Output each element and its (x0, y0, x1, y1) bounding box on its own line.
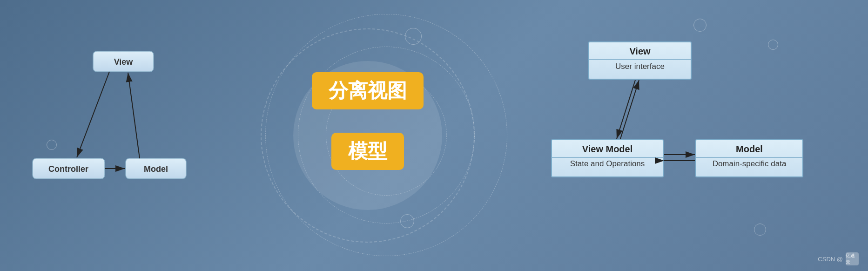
chinese-label-2: 模型 (331, 133, 404, 170)
svg-text:State and Operations: State and Operations (570, 159, 645, 168)
center-label-2-text: 模型 (348, 140, 387, 162)
svg-text:User interface: User interface (615, 62, 665, 71)
svg-line-25 (620, 80, 639, 139)
watermark-text: CSDN @ (818, 256, 843, 263)
svg-line-9 (128, 73, 140, 158)
svg-text:Model: Model (144, 164, 168, 174)
mvc-diagram-svg: View Controller Model (28, 37, 223, 214)
center-label-1-text: 分离视图 (329, 80, 407, 102)
center-area: 分离视图 模型 (247, 0, 489, 271)
mvvm-diagram: View User interface View Model State and… (542, 33, 831, 228)
svg-text:Domain-specific data: Domain-specific data (713, 159, 787, 168)
small-circle-2 (693, 19, 707, 32)
svg-line-7 (77, 72, 109, 157)
svg-text:View Model: View Model (582, 144, 633, 154)
svg-text:View: View (114, 57, 134, 67)
watermark-logo: 亿速云 (846, 252, 859, 265)
svg-text:Model: Model (736, 144, 763, 154)
svg-line-24 (617, 80, 635, 139)
svg-text:View: View (629, 46, 651, 56)
chinese-label-1: 分离视图 (312, 72, 424, 109)
watermark: CSDN @ 亿速云 (818, 252, 859, 265)
watermark-logo-text: 亿速云 (846, 252, 859, 265)
svg-text:Controller: Controller (48, 164, 88, 174)
main-container: View Controller Model 分离视图 模 (0, 0, 868, 271)
mvvm-arrows-svg: View User interface View Model State and… (542, 33, 831, 228)
